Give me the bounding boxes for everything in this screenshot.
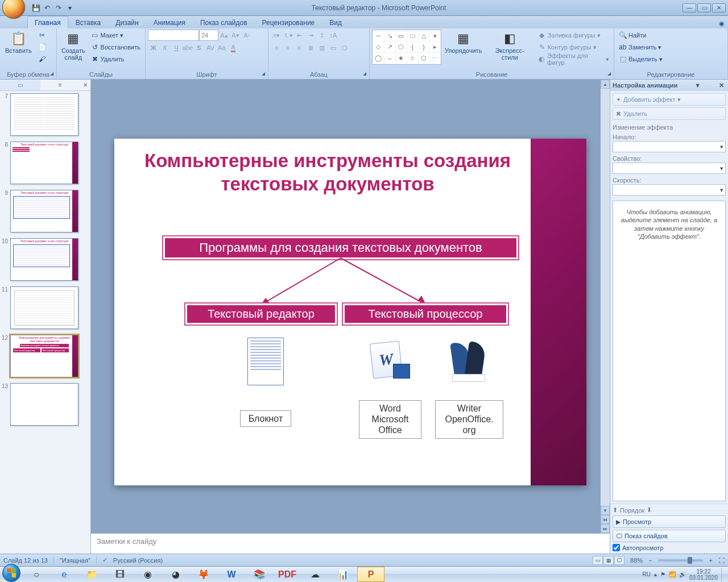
show-desktop-button[interactable] (721, 568, 726, 581)
taskbar-firefox-icon[interactable]: 🦊 (190, 567, 217, 582)
font-color-button[interactable]: A (228, 42, 239, 53)
start-button[interactable] (0, 567, 23, 583)
tray-show-hidden-icon[interactable]: ▴ (654, 571, 657, 577)
taskbar-powerpoint-icon[interactable]: P (357, 567, 384, 582)
drawing-launcher[interactable]: ◢ (606, 71, 613, 78)
tab-design[interactable]: Дизайн (108, 16, 146, 28)
qat-save-icon[interactable]: 💾 (31, 3, 41, 13)
strike-button[interactable]: abe (182, 42, 193, 53)
thumbs-tab-close[interactable]: ✕ (80, 80, 90, 90)
close-button[interactable]: ✕ (712, 3, 726, 13)
qat-redo-icon[interactable]: ↷ (53, 3, 64, 13)
order-down-icon[interactable]: ⬇ (647, 506, 652, 514)
paragraph-launcher[interactable]: ◢ (361, 71, 368, 78)
tab-insert[interactable]: Вставка (68, 16, 109, 28)
status-language[interactable]: Русский (Россия) (113, 557, 163, 564)
tray-lang[interactable]: RU (642, 571, 650, 577)
bold-button[interactable]: Ж (148, 42, 159, 53)
reset-button[interactable]: ↺Восстановить (89, 41, 143, 53)
thumbnail-list[interactable]: 7 8Текстовый документ и его структура 9Т… (0, 91, 90, 554)
thumb-12[interactable]: Компьютерные инструменты создания тексто… (10, 335, 78, 377)
tray-network-icon[interactable]: 📶 (669, 571, 676, 577)
animpane-close[interactable]: ✕ (718, 82, 726, 89)
slideshow-button[interactable]: 🖵 Показ слайдов (613, 530, 726, 542)
clear-format-button[interactable]: A◦ (241, 30, 253, 41)
notes-pane[interactable]: Заметки к слайду (91, 533, 610, 554)
copy-button[interactable]: 📄 (36, 41, 48, 53)
thumbs-tab-outline[interactable]: ≡ (40, 80, 81, 90)
tab-home[interactable]: Главная (27, 16, 68, 28)
decrease-indent-button[interactable]: ⇤ (293, 30, 305, 41)
tab-slideshow[interactable]: Показ слайдов (193, 16, 255, 28)
shapes-gallery[interactable]: ─↘▭⬭△▾ ◇↗⬠{}▸ ◯↔★☆⬡⋯ (372, 30, 441, 65)
delete-slide-button[interactable]: ✖Удалить (89, 53, 143, 65)
cut-button[interactable]: ✂ (36, 30, 48, 41)
preview-button[interactable]: ▶ Просмотр (613, 516, 726, 528)
spellcheck-icon[interactable]: ✓ (102, 556, 107, 564)
taskbar-chrome-icon[interactable]: ◕ (162, 567, 189, 582)
columns-button[interactable]: ▥ (316, 42, 328, 53)
taskbar-winrar-icon[interactable]: 📚 (246, 567, 273, 582)
new-slide-button[interactable]: ▦ Создать слайд (59, 30, 88, 63)
font-launcher[interactable]: ◢ (260, 71, 267, 78)
justify-button[interactable]: ≣ (305, 42, 316, 53)
quick-styles-button[interactable]: ◧Экспресс-стили (485, 30, 535, 63)
ribbon-help-icon[interactable]: ◉ (715, 19, 728, 28)
tab-view[interactable]: Вид (322, 16, 349, 28)
scroll-down-button[interactable]: ▼ (601, 506, 610, 515)
thumbs-tab-slides[interactable]: ▭ (0, 80, 40, 90)
numbering-button[interactable]: ⒈▾ (282, 30, 293, 41)
layout-button[interactable]: ▭Макет ▾ (89, 30, 143, 41)
scroll-up-button[interactable]: ▲ (601, 80, 610, 89)
slide-canvas[interactable]: Компьютерные инструменты создания тексто… (114, 139, 586, 485)
start-combo[interactable]: ▾ (613, 141, 726, 152)
order-up-icon[interactable]: ⬆ (613, 506, 618, 514)
align-text-button[interactable]: ▭ (328, 42, 339, 53)
taskbar-aimp-icon[interactable]: ◉ (134, 567, 162, 582)
property-combo[interactable]: ▾ (613, 163, 726, 174)
underline-button[interactable]: Ч (171, 42, 182, 53)
find-button[interactable]: 🔍Найти (617, 30, 665, 41)
font-size-combo[interactable]: 24 (199, 30, 218, 41)
taskbar-word-icon[interactable]: W (218, 567, 245, 582)
remove-effect-button[interactable]: ✖Удалить (613, 107, 726, 120)
zoom-in-button[interactable]: + (709, 557, 713, 564)
clipboard-launcher[interactable]: ◢ (48, 71, 55, 78)
tray-clock[interactable]: 19:2203.01.2020 (689, 568, 718, 581)
format-painter-button[interactable]: 🖌 (36, 53, 48, 65)
line-spacing-button[interactable]: ‡ (316, 30, 328, 41)
minimize-button[interactable]: ― (682, 3, 696, 13)
paste-button[interactable]: 📋 Вставить (2, 30, 35, 56)
scrollbar-track[interactable] (601, 89, 610, 506)
shape-effects-button[interactable]: ◐Эффекты для фигур ▾ (536, 53, 611, 65)
align-center-button[interactable]: ≡ (282, 42, 293, 53)
taskbar-ooimpress-icon[interactable]: 📊 (329, 567, 357, 582)
tray-flag-icon[interactable]: ⚑ (660, 571, 665, 577)
align-right-button[interactable]: ≡ (293, 42, 305, 53)
tab-animation[interactable]: Анимация (146, 16, 193, 28)
qat-customize-icon[interactable]: ▾ (65, 3, 75, 13)
tray-volume-icon[interactable]: 🔊 (679, 571, 686, 577)
shrink-font-button[interactable]: A▾ (230, 30, 241, 41)
thumb-11[interactable] (10, 286, 78, 329)
replace-button[interactable]: abЗаменить ▾ (617, 41, 665, 53)
thumb-13[interactable] (10, 383, 78, 426)
view-normal-button[interactable]: ▭ (593, 556, 603, 565)
taskbar-yandex-icon[interactable]: ○ (23, 567, 50, 582)
thumb-10[interactable]: Текстовый документ и его структура (10, 238, 78, 281)
autopreview-checkbox[interactable] (613, 544, 620, 551)
shape-outline-button[interactable]: ✎Контур фигуры ▾ (536, 41, 611, 53)
tab-review[interactable]: Рецензирование (255, 16, 322, 28)
thumb-8[interactable]: Текстовый документ и его структура (10, 142, 78, 184)
change-case-button[interactable]: Aa (216, 42, 228, 53)
taskbar-videos-icon[interactable]: 🎞 (106, 567, 134, 582)
view-slideshow-button[interactable]: 🖵 (614, 556, 624, 565)
arrange-button[interactable]: ▦Упорядочить (442, 30, 484, 56)
select-button[interactable]: ⬚Выделить ▾ (617, 53, 665, 65)
thumb-7[interactable] (10, 93, 78, 136)
prev-slide-button[interactable]: ⏮ (601, 515, 610, 524)
font-family-combo[interactable] (148, 30, 199, 41)
bullets-button[interactable]: ≡▾ (271, 30, 282, 41)
qat-undo-icon[interactable]: ↶ (42, 3, 52, 13)
taskbar-explorer-icon[interactable]: 📁 (78, 567, 106, 582)
